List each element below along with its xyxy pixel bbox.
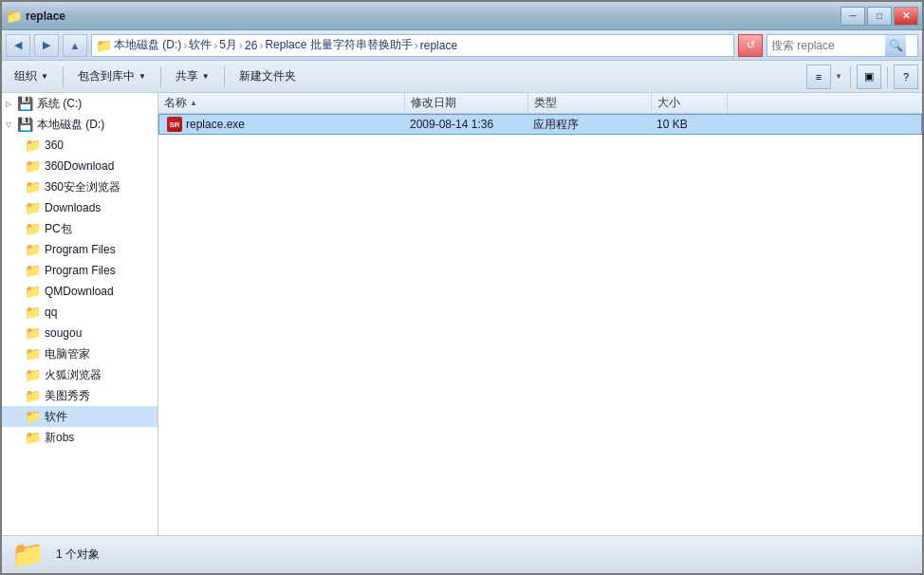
sidebar-item-meitu[interactable]: 📁 美图秀秀: [2, 385, 157, 406]
file-size: 10 KB: [656, 118, 688, 131]
toolbar-divider-3: [224, 66, 225, 87]
file-date-cell: 2009-08-14 1:36: [406, 115, 529, 134]
toolbar: 组织 ▼ 包含到库中 ▼ 共享 ▼ 新建文件夹 ≡ ▼ ▣ ?: [2, 61, 922, 93]
expand-arrow-d: ▽: [6, 121, 11, 129]
file-row-replace[interactable]: SR replace.exe 2009-08-14 1:36 应用程序 10 K…: [158, 114, 922, 135]
titlebar-buttons: ─ □ ✕: [841, 7, 918, 26]
folder-label-360download: 360Download: [45, 159, 114, 173]
folder-label-downloads: Downloads: [45, 201, 101, 214]
sidebar-item-programfiles1[interactable]: 📁 Program Files: [2, 239, 157, 260]
folder-icon-programfiles2: 📁: [25, 263, 41, 278]
addressbar: ◀ ▶ ▲ 📁 本地磁盘 (D:) › 软件 › 5月 › 26 › Repla…: [2, 30, 922, 61]
folder-icon-360download: 📁: [25, 158, 41, 174]
drive-c-label: 系统 (C:): [37, 96, 82, 112]
path-part-1[interactable]: 本地磁盘 (D:): [114, 37, 181, 53]
folder-icon-ruanjian: 📁: [25, 409, 41, 424]
statusbar: 📁 1 个对象: [2, 535, 922, 573]
sidebar-item-programfiles2[interactable]: 📁 Program Files: [2, 260, 157, 281]
address-path[interactable]: 📁 本地磁盘 (D:) › 软件 › 5月 › 26 › Replace 批量字…: [91, 34, 734, 57]
file-header: 名称 ▲ 修改日期 类型 大小: [158, 93, 922, 114]
close-button[interactable]: ✕: [894, 7, 918, 26]
sidebar-drive-c[interactable]: ▷ 💾 系统 (C:): [2, 93, 157, 114]
organize-button[interactable]: 组织 ▼: [6, 65, 57, 89]
organize-chevron: ▼: [41, 72, 48, 81]
col-header-date[interactable]: 修改日期: [405, 93, 528, 113]
sidebar-item-downloads[interactable]: 📁 Downloads: [2, 197, 157, 218]
exe-icon: SR: [167, 117, 182, 132]
forward-button[interactable]: ▶: [34, 34, 59, 57]
sidebar-item-pcbao[interactable]: 📁 PC包: [2, 218, 157, 239]
include-chevron: ▼: [139, 72, 146, 81]
sidebar-item-360download[interactable]: 📁 360Download: [2, 156, 157, 176]
share-chevron: ▼: [202, 72, 210, 81]
include-library-label: 包含到库中: [78, 68, 135, 84]
sidebar-item-xinobs[interactable]: 📁 新obs: [2, 427, 157, 448]
col-header-type[interactable]: 类型: [528, 93, 652, 113]
toolbar-divider-2: [160, 66, 161, 87]
folder-label-programfiles2: Program Files: [45, 264, 116, 277]
sidebar-item-qq[interactable]: 📁 qq: [2, 302, 157, 323]
folder-label-xinobs: 新obs: [45, 430, 74, 446]
new-folder-button[interactable]: 新建文件夹: [231, 65, 305, 89]
path-part-6[interactable]: replace: [420, 39, 457, 52]
pane-button[interactable]: ▣: [857, 65, 881, 89]
folder-label-qmdownload: QMDownload: [45, 285, 114, 298]
file-name-cell: SR replace.exe: [159, 115, 406, 134]
path-part-2[interactable]: 软件: [189, 37, 212, 53]
folder-label-programfiles1: Program Files: [45, 243, 116, 256]
path-sep-2: ›: [213, 39, 217, 52]
sidebar-item-360[interactable]: 📁 360: [2, 135, 157, 156]
folder-label-ruanjian: 软件: [45, 409, 67, 425]
col-header-size[interactable]: 大小: [652, 93, 728, 113]
sidebar-item-sougou[interactable]: 📁 sougou: [2, 323, 157, 343]
back-button[interactable]: ◀: [6, 34, 30, 57]
sidebar-drive-d[interactable]: ▽ 💾 本地磁盘 (D:): [2, 114, 157, 135]
path-part-4[interactable]: 26: [245, 39, 257, 52]
view-button[interactable]: ≡: [806, 65, 831, 89]
share-label: 共享: [176, 68, 198, 84]
path-sep-4: ›: [259, 39, 263, 52]
folder-icon-sougou: 📁: [25, 325, 41, 341]
path-part-3[interactable]: 5月: [219, 37, 237, 53]
toolbar-divider-4: [850, 66, 851, 87]
sidebar-item-qmdownload[interactable]: 📁 QMDownload: [2, 281, 157, 302]
share-button[interactable]: 共享 ▼: [167, 65, 218, 89]
include-library-button[interactable]: 包含到库中 ▼: [69, 65, 155, 89]
folder-label-meitu: 美图秀秀: [45, 388, 90, 404]
drive-d-label: 本地磁盘 (D:): [37, 117, 104, 133]
folder-label-sougou: sougou: [45, 326, 82, 340]
folder-label-firefox: 火狐浏览器: [45, 367, 102, 383]
folder-label-pcbao: PC包: [45, 221, 72, 237]
maximize-button[interactable]: □: [867, 7, 892, 26]
sidebar-item-diannao[interactable]: 📁 电脑管家: [2, 343, 157, 364]
sidebar-item-firefox[interactable]: 📁 火狐浏览器: [2, 364, 157, 385]
sort-arrow-name: ▲: [190, 99, 197, 107]
search-input[interactable]: [771, 39, 885, 52]
col-size-label: 大小: [657, 95, 680, 111]
refresh-button[interactable]: ↺: [738, 34, 763, 57]
sidebar-item-360browser[interactable]: 📁 360安全浏览器: [2, 176, 157, 197]
view-chevron: ▼: [835, 72, 842, 81]
up-button[interactable]: ▲: [63, 34, 87, 57]
col-header-name[interactable]: 名称 ▲: [158, 93, 405, 113]
sidebar-item-ruanjian[interactable]: 📁 软件: [2, 406, 157, 427]
path-part-5[interactable]: Replace 批量字符串替换助手: [265, 37, 412, 53]
window-icon: 📁: [6, 9, 22, 24]
folder-icon-qq: 📁: [25, 305, 41, 320]
minimize-button[interactable]: ─: [841, 7, 865, 26]
file-area: 名称 ▲ 修改日期 类型 大小 SR replace.exe: [158, 93, 922, 535]
search-button[interactable]: 🔍: [885, 35, 906, 56]
path-sep-3: ›: [239, 39, 243, 52]
organize-label: 组织: [14, 68, 37, 84]
file-date: 2009-08-14 1:36: [410, 118, 493, 131]
path-sep-1: ›: [183, 39, 187, 52]
folder-label-360: 360: [45, 139, 64, 152]
file-size-cell: 10 KB: [653, 115, 729, 134]
titlebar-text: replace: [26, 9, 65, 23]
titlebar: 📁 replace ─ □ ✕: [2, 2, 922, 30]
toolbar-divider-1: [63, 66, 64, 87]
col-name-label: 名称: [164, 95, 187, 111]
file-list: SR replace.exe 2009-08-14 1:36 应用程序 10 K…: [158, 114, 922, 535]
help-button[interactable]: ?: [894, 65, 918, 89]
drive-d-icon: 💾: [17, 117, 33, 132]
